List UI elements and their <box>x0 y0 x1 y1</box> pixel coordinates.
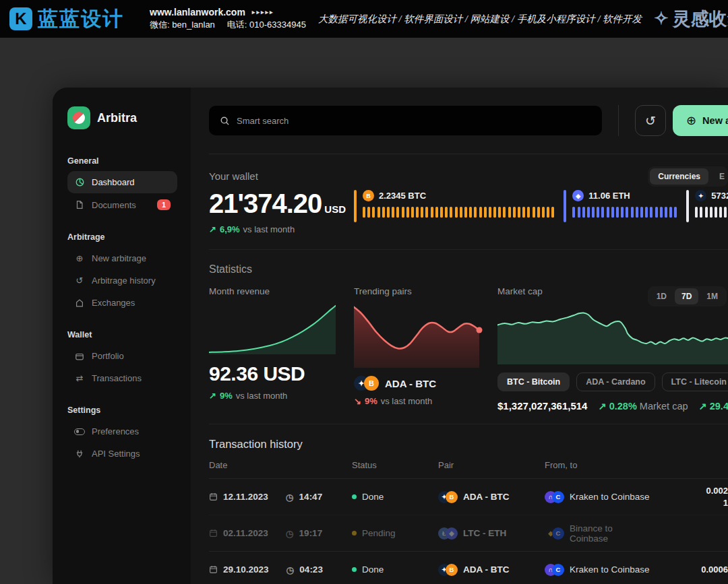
holding-btc: B 2.2345 BTC <box>354 190 554 234</box>
tab-ada-cardano[interactable]: ADA - Cardano <box>576 372 655 391</box>
table-row[interactable]: 29.10.2023 ◷ 04:23 Done ✦BADA - BTC ∩CKr… <box>209 551 728 584</box>
month-revenue-label: Month revenue <box>209 286 336 296</box>
new-arbitrage-button[interactable]: ⊕ New a <box>673 105 728 136</box>
app-logo-row: Arbitra <box>67 106 177 129</box>
col-from-to: From, to <box>545 460 653 478</box>
status-dot <box>352 531 357 536</box>
coinbase-icon: C <box>552 564 564 576</box>
month-revenue-chart <box>209 303 336 354</box>
arbitra-app-window: Arbitra General Dashboard Documents 1 Ar… <box>53 88 728 584</box>
holding-amount: 5732.61 ADA <box>711 191 728 201</box>
wallet-section: Your wallet Currencies E 21'374.20USD ↗ … <box>209 154 728 250</box>
wallet-icon <box>74 352 85 361</box>
tab-btc-bitcoin[interactable]: BTC - Bitcoin <box>497 372 570 391</box>
sidebar-item-portfolio[interactable]: Portfolio <box>67 345 177 367</box>
calendar-icon <box>209 565 218 574</box>
pair-coin-icons: ✦B <box>438 564 458 576</box>
amount-cell: 0.0006 <box>653 564 728 576</box>
history-icon: ↺ <box>645 114 656 128</box>
sidebar-item-label: Arbitrage history <box>92 275 156 286</box>
inspiration-brand-text: 灵感收集 <box>673 7 728 31</box>
btc-icon: B <box>446 564 458 576</box>
eth-sparkline <box>572 207 677 218</box>
market-cap-stats: $1,327,027,361,514 ↗ 0.28% Market cap ↗ … <box>497 400 728 412</box>
sidebar-item-dashboard[interactable]: Dashboard <box>67 171 177 193</box>
search-input[interactable]: Smart search <box>209 106 602 135</box>
table-row[interactable]: 12.11.2023 ◷ 14:47 Done ✦BADA - BTC ∩CKr… <box>209 478 728 515</box>
sidebar-item-label: Exchanges <box>92 298 135 308</box>
search-placeholder: Smart search <box>237 116 289 126</box>
transfer-arrows-icon: ⇄ <box>74 373 85 383</box>
inspiration-brand: ✧ 灵感收集 <box>654 7 728 31</box>
sidebar-item-new-arbitrage[interactable]: ⊕ New arbitrage <box>67 247 177 269</box>
sidebar-item-transactions[interactable]: ⇄ Transactions <box>67 367 177 389</box>
status-dot <box>352 567 357 572</box>
banner-phone: 电话: 010-63334945 <box>227 19 306 31</box>
holding-amount: 11.06 ETH <box>588 191 630 201</box>
up-arrow-icon: ↗ <box>598 401 606 412</box>
star-icon: ✧ <box>654 10 669 28</box>
history-button[interactable]: ↺ <box>635 105 666 136</box>
up-arrow-icon: ↗ <box>209 224 216 234</box>
pair-coin-icons: ✦B <box>354 376 379 391</box>
btc-icon: B <box>446 491 458 503</box>
trending-pair: ✦B ADA - BTC <box>354 376 479 391</box>
toggle-currencies[interactable]: Currencies <box>650 168 708 185</box>
btc-sparkline <box>363 207 554 218</box>
wallet-balance-currency: USD <box>324 203 346 215</box>
sidebar-item-arbitrage-history[interactable]: ↺ Arbitrage history <box>67 269 177 292</box>
market-cap-value: $1,327,027,361,514 <box>497 400 587 412</box>
wallet-view-toggle: Currencies E <box>648 166 728 187</box>
sidebar-item-label: Documents <box>92 200 136 210</box>
market-cap-label: Market cap <box>497 286 543 296</box>
trending-pair-label: ADA - BTC <box>385 378 436 389</box>
market-cap-card: Market cap 1D 7D 1M <box>497 286 728 412</box>
nav-section-wallet: Wallet <box>67 330 177 339</box>
chart-end-dot <box>477 327 483 333</box>
table-row[interactable]: 02.11.2023 ◷ 19:17 Pending Ł◆LTC - ETH ◆… <box>209 515 728 551</box>
range-toggle: 1D 7D 1M <box>648 286 727 306</box>
status-badge: Pending <box>362 528 396 538</box>
sidebar-item-api-settings[interactable]: API Settings <box>67 443 177 465</box>
status-dot <box>352 494 357 499</box>
transaction-history-title: Transaction history <box>209 438 728 451</box>
range-7d[interactable]: 7D <box>675 288 698 304</box>
exchange-icons: ◆C <box>545 527 564 540</box>
sidebar-item-documents[interactable]: Documents 1 <box>67 193 177 216</box>
btc-icon: B <box>363 190 374 201</box>
sidebar: Arbitra General Dashboard Documents 1 Ar… <box>53 88 191 584</box>
range-1m[interactable]: 1M <box>700 288 725 304</box>
tab-ltc-litecoin[interactable]: LTC - Litecoin <box>662 372 728 391</box>
status-badge: Done <box>362 564 384 575</box>
calendar-icon <box>209 529 218 538</box>
coinbase-icon: C <box>552 491 564 503</box>
market-cap-chart <box>497 306 728 364</box>
banner-wechat: 微信: ben_lanlan <box>150 19 215 31</box>
sidebar-item-preferences[interactable]: Preferences <box>67 420 177 443</box>
statistics-section: Statistics Month revenue 92.36 USD ↗ 9% <box>209 250 728 424</box>
page-background: Arbitra General Dashboard Documents 1 Ar… <box>0 38 728 584</box>
holding-divider <box>564 190 566 222</box>
toggle-exchanges[interactable]: E <box>711 168 726 185</box>
clock-icon: ◷ <box>286 528 294 539</box>
holding-amount: 2.2345 BTC <box>379 191 426 201</box>
ada-sparkline <box>695 207 728 218</box>
trending-pairs-label: Trending pairs <box>354 286 479 296</box>
topbar-divider <box>618 105 619 136</box>
sidebar-item-label: API Settings <box>92 449 140 459</box>
col-date: Date <box>209 460 352 478</box>
month-revenue-delta: ↗ 9% vs last month <box>209 391 336 401</box>
lanlan-brand: K 蓝蓝设计 <box>9 5 138 33</box>
nav-section-arbitrage: Arbitrage <box>67 232 177 242</box>
trending-pairs-chart <box>354 303 479 368</box>
sidebar-item-label: Preferences <box>92 426 139 436</box>
history-icon: ↺ <box>74 275 85 286</box>
pair-coin-icons: Ł◆ <box>438 527 458 540</box>
range-1d[interactable]: 1D <box>650 288 673 304</box>
holding-divider <box>686 190 689 222</box>
plus-circle-icon: ⊕ <box>686 113 696 128</box>
col-pair: Pair <box>438 460 545 478</box>
sidebar-item-exchanges[interactable]: Exchanges <box>67 292 177 314</box>
arrows-icon: ▸▸▸▸▸ <box>252 9 274 15</box>
nav-section-settings: Settings <box>67 405 177 415</box>
